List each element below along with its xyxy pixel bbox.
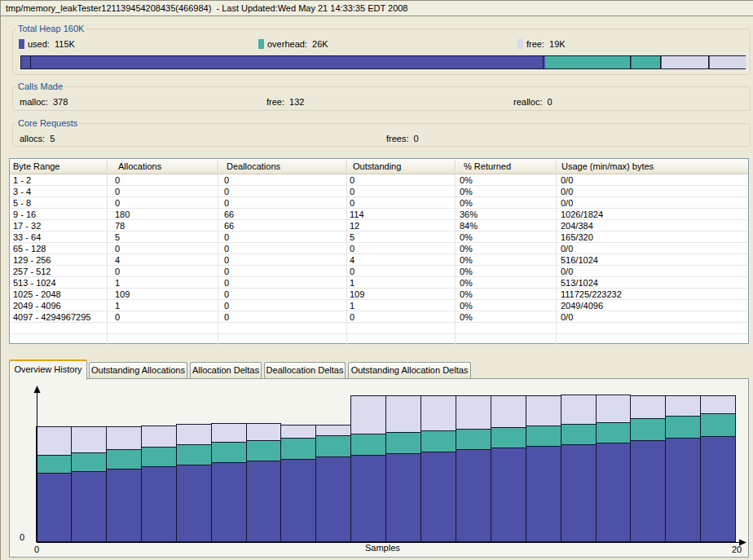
svg-text:Samples: Samples <box>365 543 400 553</box>
svg-text:20: 20 <box>732 545 742 554</box>
svg-text:0: 0 <box>34 545 39 554</box>
svg-text:0: 0 <box>20 532 24 542</box>
